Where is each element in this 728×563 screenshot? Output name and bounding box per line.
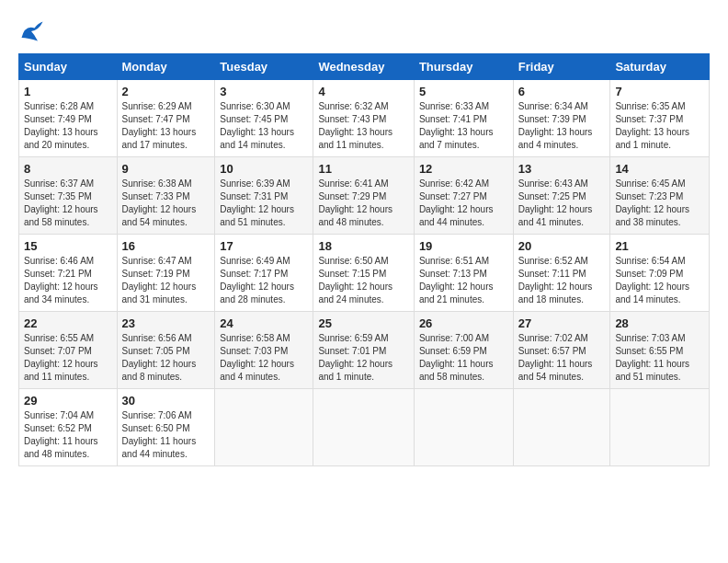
calendar-cell bbox=[513, 389, 610, 466]
day-number: 4 bbox=[318, 85, 408, 98]
calendar-cell: 11Sunrise: 6:41 AMSunset: 7:29 PMDayligh… bbox=[313, 157, 414, 235]
day-number: 21 bbox=[615, 239, 704, 253]
day-info: Sunrise: 6:46 AMSunset: 7:21 PMDaylight:… bbox=[24, 255, 112, 306]
calendar-cell bbox=[414, 389, 513, 466]
day-info: Sunrise: 6:49 AMSunset: 7:17 PMDaylight:… bbox=[220, 255, 308, 306]
calendar-cell: 10Sunrise: 6:39 AMSunset: 7:31 PMDayligh… bbox=[215, 157, 313, 235]
day-info: Sunrise: 6:56 AMSunset: 7:05 PMDaylight:… bbox=[122, 332, 210, 384]
calendar-cell: 1Sunrise: 6:28 AMSunset: 7:49 PMDaylight… bbox=[19, 80, 118, 157]
day-number: 19 bbox=[419, 239, 508, 253]
calendar-row: 22Sunrise: 6:55 AMSunset: 7:07 PMDayligh… bbox=[19, 312, 710, 389]
calendar-cell: 26Sunrise: 7:00 AMSunset: 6:59 PMDayligh… bbox=[414, 312, 513, 389]
day-info: Sunrise: 6:54 AMSunset: 7:09 PMDaylight:… bbox=[615, 255, 704, 306]
day-number: 26 bbox=[419, 316, 508, 330]
day-info: Sunrise: 6:59 AMSunset: 7:01 PMDaylight:… bbox=[318, 332, 408, 384]
day-info: Sunrise: 6:35 AMSunset: 7:37 PMDaylight:… bbox=[615, 100, 704, 152]
day-info: Sunrise: 6:34 AMSunset: 7:39 PMDaylight:… bbox=[518, 100, 606, 152]
day-info: Sunrise: 6:28 AMSunset: 7:49 PMDaylight:… bbox=[24, 100, 112, 152]
day-number: 29 bbox=[24, 394, 112, 408]
day-info: Sunrise: 6:29 AMSunset: 7:47 PMDaylight:… bbox=[122, 100, 210, 152]
day-number: 6 bbox=[518, 85, 606, 98]
day-number: 25 bbox=[318, 316, 408, 330]
header-sunday: Sunday bbox=[19, 54, 118, 80]
day-number: 16 bbox=[122, 239, 210, 253]
calendar-cell bbox=[215, 389, 313, 466]
header-tuesday: Tuesday bbox=[215, 54, 313, 80]
calendar-cell: 12Sunrise: 6:42 AMSunset: 7:27 PMDayligh… bbox=[414, 157, 513, 235]
day-info: Sunrise: 6:45 AMSunset: 7:23 PMDaylight:… bbox=[615, 178, 704, 229]
calendar-cell: 22Sunrise: 6:55 AMSunset: 7:07 PMDayligh… bbox=[19, 312, 118, 389]
header-thursday: Thursday bbox=[414, 54, 513, 80]
logo-bird-icon bbox=[18, 18, 44, 44]
day-info: Sunrise: 6:41 AMSunset: 7:29 PMDaylight:… bbox=[318, 178, 408, 229]
day-number: 12 bbox=[419, 162, 508, 176]
calendar-cell: 27Sunrise: 7:02 AMSunset: 6:57 PMDayligh… bbox=[513, 312, 610, 389]
calendar-cell: 15Sunrise: 6:46 AMSunset: 7:21 PMDayligh… bbox=[19, 235, 118, 312]
calendar-cell: 16Sunrise: 6:47 AMSunset: 7:19 PMDayligh… bbox=[117, 235, 215, 312]
calendar-cell: 28Sunrise: 7:03 AMSunset: 6:55 PMDayligh… bbox=[610, 312, 710, 389]
day-number: 17 bbox=[220, 239, 308, 253]
day-info: Sunrise: 6:42 AMSunset: 7:27 PMDaylight:… bbox=[419, 178, 508, 229]
day-info: Sunrise: 6:39 AMSunset: 7:31 PMDaylight:… bbox=[220, 178, 308, 229]
calendar-row: 29Sunrise: 7:04 AMSunset: 6:52 PMDayligh… bbox=[19, 389, 710, 466]
day-number: 10 bbox=[220, 162, 308, 176]
day-number: 9 bbox=[122, 162, 210, 176]
day-number: 1 bbox=[24, 85, 112, 98]
calendar-cell: 19Sunrise: 6:51 AMSunset: 7:13 PMDayligh… bbox=[414, 235, 513, 312]
day-info: Sunrise: 6:50 AMSunset: 7:15 PMDaylight:… bbox=[318, 255, 408, 306]
day-number: 24 bbox=[220, 316, 308, 330]
day-info: Sunrise: 6:33 AMSunset: 7:41 PMDaylight:… bbox=[419, 100, 508, 152]
logo bbox=[18, 18, 50, 44]
day-info: Sunrise: 6:32 AMSunset: 7:43 PMDaylight:… bbox=[318, 100, 408, 152]
day-number: 14 bbox=[615, 162, 704, 176]
calendar-cell: 23Sunrise: 6:56 AMSunset: 7:05 PMDayligh… bbox=[117, 312, 215, 389]
day-info: Sunrise: 7:06 AMSunset: 6:50 PMDaylight:… bbox=[122, 409, 210, 461]
calendar-cell: 3Sunrise: 6:30 AMSunset: 7:45 PMDaylight… bbox=[215, 80, 313, 157]
day-info: Sunrise: 7:00 AMSunset: 6:59 PMDaylight:… bbox=[419, 332, 508, 384]
calendar-table: SundayMondayTuesdayWednesdayThursdayFrid… bbox=[18, 53, 710, 466]
day-info: Sunrise: 6:55 AMSunset: 7:07 PMDaylight:… bbox=[24, 332, 112, 384]
calendar-cell bbox=[313, 389, 414, 466]
calendar-cell: 29Sunrise: 7:04 AMSunset: 6:52 PMDayligh… bbox=[19, 389, 118, 466]
day-number: 28 bbox=[615, 316, 704, 330]
calendar-row: 8Sunrise: 6:37 AMSunset: 7:35 PMDaylight… bbox=[19, 157, 710, 235]
calendar-cell: 24Sunrise: 6:58 AMSunset: 7:03 PMDayligh… bbox=[215, 312, 313, 389]
calendar-cell: 6Sunrise: 6:34 AMSunset: 7:39 PMDaylight… bbox=[513, 80, 610, 157]
calendar-cell: 8Sunrise: 6:37 AMSunset: 7:35 PMDaylight… bbox=[19, 157, 118, 235]
calendar-cell: 14Sunrise: 6:45 AMSunset: 7:23 PMDayligh… bbox=[610, 157, 710, 235]
calendar-cell: 2Sunrise: 6:29 AMSunset: 7:47 PMDaylight… bbox=[117, 80, 215, 157]
day-number: 7 bbox=[615, 85, 704, 98]
calendar-cell: 13Sunrise: 6:43 AMSunset: 7:25 PMDayligh… bbox=[513, 157, 610, 235]
day-number: 11 bbox=[318, 162, 408, 176]
calendar-row: 1Sunrise: 6:28 AMSunset: 7:49 PMDaylight… bbox=[19, 80, 710, 157]
day-info: Sunrise: 6:43 AMSunset: 7:25 PMDaylight:… bbox=[518, 178, 606, 229]
calendar-cell: 9Sunrise: 6:38 AMSunset: 7:33 PMDaylight… bbox=[117, 157, 215, 235]
day-number: 3 bbox=[220, 85, 308, 98]
day-info: Sunrise: 7:03 AMSunset: 6:55 PMDaylight:… bbox=[615, 332, 704, 384]
day-info: Sunrise: 6:52 AMSunset: 7:11 PMDaylight:… bbox=[518, 255, 606, 306]
calendar-cell: 30Sunrise: 7:06 AMSunset: 6:50 PMDayligh… bbox=[117, 389, 215, 466]
day-number: 22 bbox=[24, 316, 112, 330]
header-wednesday: Wednesday bbox=[313, 54, 414, 80]
day-info: Sunrise: 7:04 AMSunset: 6:52 PMDaylight:… bbox=[24, 409, 112, 461]
calendar-cell: 18Sunrise: 6:50 AMSunset: 7:15 PMDayligh… bbox=[313, 235, 414, 312]
calendar-cell: 20Sunrise: 6:52 AMSunset: 7:11 PMDayligh… bbox=[513, 235, 610, 312]
day-number: 18 bbox=[318, 239, 408, 253]
calendar-cell: 21Sunrise: 6:54 AMSunset: 7:09 PMDayligh… bbox=[610, 235, 710, 312]
day-info: Sunrise: 7:02 AMSunset: 6:57 PMDaylight:… bbox=[518, 332, 606, 384]
header-saturday: Saturday bbox=[610, 54, 710, 80]
day-info: Sunrise: 6:47 AMSunset: 7:19 PMDaylight:… bbox=[122, 255, 210, 306]
day-info: Sunrise: 6:51 AMSunset: 7:13 PMDaylight:… bbox=[419, 255, 508, 306]
day-number: 23 bbox=[122, 316, 210, 330]
day-number: 5 bbox=[419, 85, 508, 98]
calendar-header-row: SundayMondayTuesdayWednesdayThursdayFrid… bbox=[19, 54, 710, 80]
day-number: 13 bbox=[518, 162, 606, 176]
day-info: Sunrise: 6:38 AMSunset: 7:33 PMDaylight:… bbox=[122, 178, 210, 229]
day-number: 27 bbox=[518, 316, 606, 330]
calendar-cell bbox=[610, 389, 710, 466]
day-number: 20 bbox=[518, 239, 606, 253]
calendar-cell: 5Sunrise: 6:33 AMSunset: 7:41 PMDaylight… bbox=[414, 80, 513, 157]
day-number: 8 bbox=[24, 162, 112, 176]
day-number: 30 bbox=[122, 394, 210, 408]
calendar-cell: 17Sunrise: 6:49 AMSunset: 7:17 PMDayligh… bbox=[215, 235, 313, 312]
